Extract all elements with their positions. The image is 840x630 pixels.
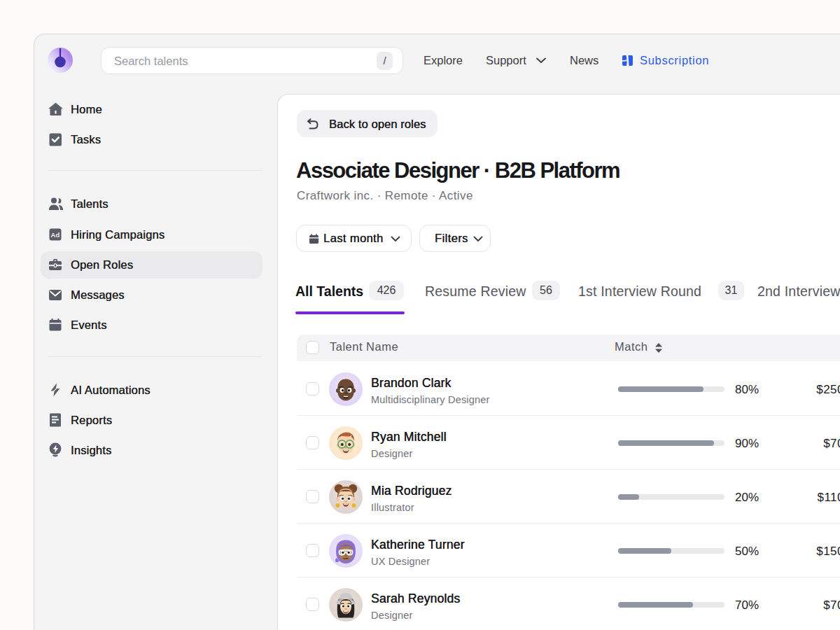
svg-text:Ad: Ad (50, 231, 59, 239)
